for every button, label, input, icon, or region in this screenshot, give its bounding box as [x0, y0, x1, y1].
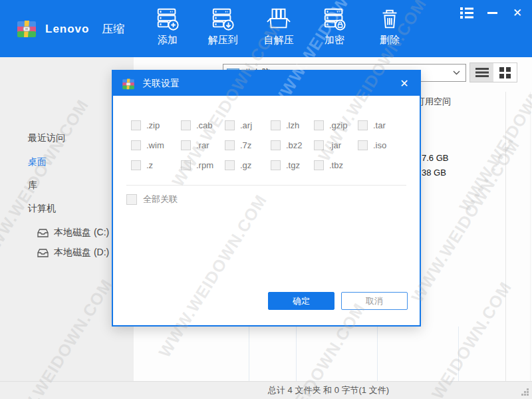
sidebar-item-libraries[interactable]: 库: [28, 180, 37, 192]
extension-checkbox-row[interactable]: .z: [131, 155, 181, 175]
delete-button[interactable]: 删除: [366, 7, 414, 52]
extension-label: .wim: [146, 140, 164, 150]
app-brand: Lenovo: [45, 23, 89, 35]
extension-checkbox-row[interactable]: .bz2: [271, 135, 314, 155]
extension-label: .7z: [240, 140, 251, 150]
extension-checkbox-row[interactable]: .rpm: [181, 155, 225, 175]
extension-label: .zip: [146, 120, 160, 130]
extension-checkbox[interactable]: [131, 120, 141, 130]
app-name: 压缩: [102, 23, 124, 35]
close-icon: ✕: [513, 7, 522, 19]
extension-label: .tbz: [329, 160, 343, 170]
extension-checkbox-row[interactable]: .jar: [314, 135, 358, 155]
close-window-button[interactable]: ✕: [509, 5, 525, 20]
extension-label: .jar: [329, 140, 341, 150]
extension-checkbox[interactable]: [225, 120, 235, 130]
extension-checkbox-row[interactable]: .tar: [358, 115, 386, 135]
encrypt-button[interactable]: 加密: [311, 7, 358, 52]
select-all-checkbox-row[interactable]: 全部关联: [126, 194, 178, 205]
menu-button[interactable]: [459, 5, 475, 20]
extension-checkbox-row[interactable]: .arj: [225, 115, 271, 135]
list-view-button[interactable]: [470, 63, 493, 82]
drive-c-label: 本地磁盘 (C:): [54, 227, 109, 239]
dialog-app-icon: [122, 77, 135, 90]
self-extract-icon: [266, 7, 291, 32]
extension-checkbox[interactable]: [358, 140, 368, 150]
extension-checkbox-row[interactable]: .7z: [225, 135, 271, 155]
extension-checkbox[interactable]: [181, 140, 191, 150]
extension-label: .rpm: [196, 160, 213, 170]
extension-checkbox-row[interactable]: .lzh: [271, 115, 314, 135]
drive-icon: [37, 248, 49, 258]
column-divider: [530, 92, 531, 381]
view-toggle: [469, 63, 517, 82]
cancel-button[interactable]: 取消: [341, 292, 408, 310]
free-space-value: 7.6 GB: [422, 153, 448, 163]
extension-label: .z: [146, 160, 153, 170]
extension-checkbox[interactable]: [131, 140, 141, 150]
extension-label: .bz2: [286, 140, 303, 150]
sidebar-item-recent[interactable]: 最近访问: [28, 132, 65, 144]
extension-checkbox[interactable]: [225, 140, 235, 150]
window-controls: ✕: [459, 5, 525, 20]
extension-checkbox[interactable]: [271, 140, 281, 150]
extension-checkbox-row[interactable]: .tgz: [271, 155, 314, 175]
extension-checkbox-row[interactable]: .tbz: [314, 155, 358, 175]
add-button[interactable]: 添加: [144, 7, 192, 52]
extension-label: .tgz: [286, 160, 300, 170]
extension-checkbox[interactable]: [271, 120, 281, 130]
extension-label: .gzip: [329, 120, 347, 130]
extension-checkbox-row[interactable]: .rar: [181, 135, 225, 155]
sidebar-item-desktop[interactable]: 桌面: [28, 156, 47, 168]
encrypt-button-label: 加密: [325, 34, 344, 47]
extension-checkbox-row[interactable]: .zip: [131, 115, 181, 135]
extension-checkbox[interactable]: [314, 140, 324, 150]
app-title: Lenovo 压缩: [45, 21, 124, 37]
app-logo-icon: [16, 18, 37, 39]
sidebar-item-drive-d[interactable]: 本地磁盘 (D:): [37, 247, 109, 259]
column-divider: [505, 92, 506, 381]
extension-checkbox[interactable]: [358, 120, 368, 130]
drive-d-label: 本地磁盘 (D:): [54, 247, 109, 259]
header-bar: Lenovo 压缩 添加 解压到: [0, 0, 532, 57]
dialog-separator: [126, 185, 406, 186]
minimize-button[interactable]: [484, 5, 500, 20]
self-extract-button-label: 自解压: [264, 34, 294, 47]
grid-view-icon: [499, 67, 511, 78]
list-view-icon: [475, 68, 489, 77]
extension-checkbox[interactable]: [181, 120, 191, 130]
ok-button[interactable]: 确定: [268, 292, 334, 310]
self-extract-button[interactable]: 自解压: [255, 7, 303, 52]
extension-checkbox[interactable]: [131, 160, 141, 170]
status-bar: 总计 4 文件夹 和 0 字节(1 文件): [0, 381, 532, 399]
extension-label: .tar: [373, 120, 386, 130]
extension-label: .lzh: [286, 120, 299, 130]
extension-checkbox[interactable]: [181, 160, 191, 170]
extension-checkbox-row[interactable]: .gzip: [314, 115, 358, 135]
add-archive-icon: [155, 7, 180, 32]
dialog-close-button[interactable]: ✕: [397, 76, 412, 91]
extract-to-button[interactable]: 解压到: [199, 7, 247, 52]
extension-checkbox-row[interactable]: .cab: [181, 115, 225, 135]
select-all-checkbox[interactable]: [126, 194, 137, 205]
extension-checkbox-row[interactable]: .gz: [225, 155, 271, 175]
drive-icon: [37, 228, 49, 238]
dialog-titlebar[interactable]: 关联设置 ✕: [113, 71, 420, 96]
extension-label: .gz: [240, 160, 251, 170]
extension-checkbox-row[interactable]: .wim: [131, 135, 181, 155]
extension-checkbox[interactable]: [314, 160, 324, 170]
column-divider: [296, 327, 297, 381]
resize-grip-icon[interactable]: [527, 394, 529, 396]
extract-to-icon: [210, 7, 235, 32]
column-divider: [377, 327, 378, 381]
extension-checkbox[interactable]: [225, 160, 235, 170]
sidebar-item-drive-c[interactable]: 本地磁盘 (C:): [37, 227, 109, 239]
extract-to-button-label: 解压到: [208, 34, 238, 47]
extension-checkbox[interactable]: [314, 120, 324, 130]
extension-grid: .zip.cab.arj.lzh.gzip.tar.wim.rar.7z.bz2…: [131, 115, 386, 175]
column-header-free-space[interactable]: 可用空间: [416, 96, 451, 108]
sidebar-item-computer[interactable]: 计算机: [28, 203, 56, 215]
extension-checkbox-row[interactable]: .iso: [358, 135, 386, 155]
grid-view-button[interactable]: [493, 63, 517, 82]
extension-checkbox[interactable]: [271, 160, 281, 170]
